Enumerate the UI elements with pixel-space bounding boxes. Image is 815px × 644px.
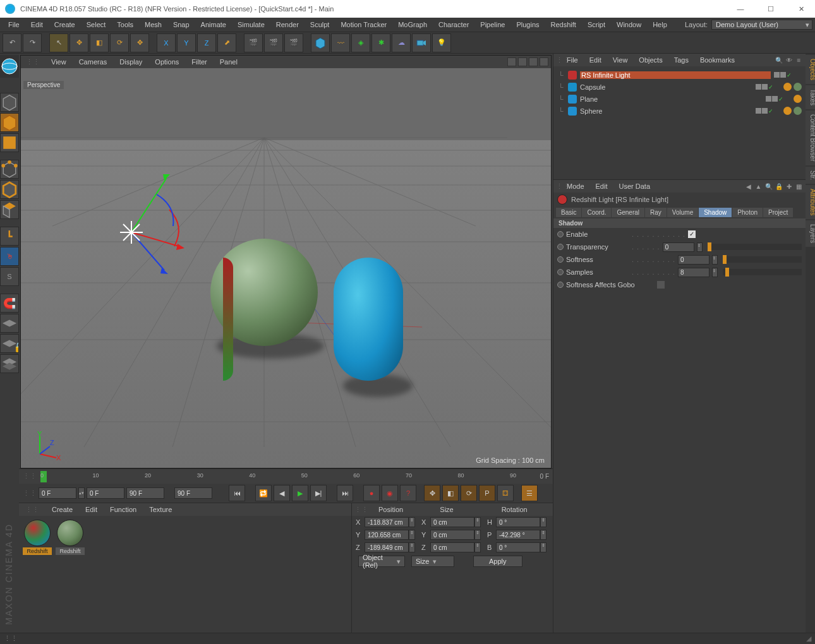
menu-file[interactable]: File	[3, 21, 25, 28]
object-tree-row[interactable]: └ Sphere ✓	[557, 105, 802, 117]
attr-tab-basic[interactable]: Basic	[556, 208, 581, 217]
size-field[interactable]	[430, 517, 474, 527]
axis-x-button[interactable]: X	[157, 33, 176, 52]
workplane-button[interactable]	[0, 314, 19, 333]
render-picture-button[interactable]: 🎬	[264, 33, 283, 52]
prop-transparency-field[interactable]	[663, 242, 694, 252]
menu-animate[interactable]: Animate	[195, 21, 232, 28]
prop-radio[interactable]	[557, 256, 564, 263]
mat-menu-edit[interactable]: Edit	[79, 506, 104, 513]
autokey-button[interactable]: ◉	[382, 485, 398, 501]
dopesheet-button[interactable]: ☰	[521, 485, 538, 501]
viewport-menu-options[interactable]: Options	[148, 58, 185, 66]
objmgr-menu-bookmarks[interactable]: Bookmarks	[694, 56, 740, 64]
prop-softness-field[interactable]	[678, 255, 709, 265]
undo-button[interactable]: ↶	[3, 33, 21, 52]
coord-apply-button[interactable]: Apply	[473, 556, 522, 567]
menu-help[interactable]: Help	[647, 21, 673, 28]
viewport-menu-panel[interactable]: Panel	[214, 58, 244, 66]
search-icon[interactable]: 🔍	[764, 182, 773, 191]
objmgr-menu-view[interactable]: View	[607, 56, 634, 64]
rot-field[interactable]	[496, 530, 540, 540]
record-button[interactable]: ●	[363, 485, 380, 501]
side-tab-str[interactable]: Str.	[806, 167, 815, 184]
viewport-menu-filter[interactable]: Filter	[185, 58, 213, 66]
prop-transparency-slider[interactable]	[708, 244, 802, 250]
point-mode-button[interactable]	[0, 160, 19, 179]
window-maximize-button[interactable]: ☐	[762, 5, 780, 13]
play-button[interactable]: ▶	[292, 485, 308, 501]
make-editable-button[interactable]	[0, 93, 19, 112]
menu-sculpt[interactable]: Sculpt	[305, 21, 335, 28]
model-mode-button[interactable]	[0, 113, 19, 132]
spinner[interactable]: ⇕	[409, 517, 415, 527]
spinner[interactable]: ⇕	[409, 530, 415, 540]
spinner[interactable]: ⇕	[474, 542, 481, 552]
edge-mode-button[interactable]	[0, 180, 19, 199]
attr-tab-shadow[interactable]: Shadow	[699, 208, 732, 217]
spline-button[interactable]: 〰	[331, 33, 350, 52]
menu-select[interactable]: Select	[81, 21, 112, 28]
viewport-toggle-icon[interactable]	[540, 57, 548, 66]
menu-mesh[interactable]: Mesh	[139, 21, 167, 28]
menu-create[interactable]: Create	[49, 21, 81, 28]
menu-icon[interactable]: ▦	[795, 182, 803, 191]
start-frame-field[interactable]	[87, 487, 124, 499]
attr-tab-photon[interactable]: Photon	[732, 208, 763, 217]
spinner[interactable]: ⇕	[697, 242, 703, 252]
menu-pipeline[interactable]: Pipeline	[474, 21, 510, 28]
lock-icon[interactable]: 🔒	[775, 182, 783, 191]
current-frame-field[interactable]	[39, 487, 76, 499]
viewport-menu-display[interactable]: Display	[113, 58, 148, 66]
select-tool-button[interactable]: ↖	[49, 33, 68, 52]
objmgr-menu-edit[interactable]: Edit	[584, 56, 607, 64]
prop-enable-checkbox[interactable]: ✓	[688, 230, 696, 238]
scale-tool-button[interactable]: ◧	[90, 33, 109, 52]
attr-tab-project[interactable]: Project	[763, 208, 793, 217]
pos-field[interactable]	[365, 517, 409, 527]
pos-field[interactable]	[365, 530, 409, 540]
material-swatch[interactable]: Redshift	[23, 520, 52, 555]
render-settings-button[interactable]: 🎬	[284, 33, 303, 52]
attr-tab-ray[interactable]: Ray	[645, 208, 667, 217]
spinner[interactable]: ▴▾	[78, 487, 85, 499]
snap-toggle-button[interactable]: S	[0, 267, 19, 286]
axis-mode-button[interactable]: ┗	[0, 227, 19, 246]
axis-y-button[interactable]: Y	[177, 33, 196, 52]
key-options-button[interactable]: ?	[400, 485, 416, 501]
prop-radio[interactable]	[557, 282, 564, 288]
size-field[interactable]	[430, 530, 474, 540]
rot-field[interactable]	[496, 542, 540, 552]
viewport-pan-icon[interactable]	[507, 57, 516, 66]
window-minimize-button[interactable]: —	[732, 5, 749, 13]
menu-motiontracker[interactable]: Motion Tracker	[335, 21, 392, 28]
world-icon[interactable]	[0, 55, 19, 78]
environment-button[interactable]: ☁	[392, 33, 411, 52]
key-pos-button[interactable]: ✥	[424, 485, 440, 501]
new-icon[interactable]: ✚	[785, 182, 793, 191]
side-tab-objects[interactable]: Objects	[806, 55, 815, 84]
goto-start-button[interactable]: ⏮	[229, 485, 245, 501]
magnet-button[interactable]: 🧲	[0, 294, 19, 313]
texture-mode-button[interactable]	[0, 133, 19, 152]
material-swatch[interactable]: Redshift	[56, 520, 85, 555]
menu-edit[interactable]: Edit	[25, 21, 49, 28]
workplane-modes-button[interactable]	[0, 354, 19, 373]
menu-snap[interactable]: Snap	[167, 21, 195, 28]
prev-frame-button[interactable]: ◀	[274, 485, 290, 501]
polygon-mode-button[interactable]	[0, 200, 19, 219]
menu-script[interactable]: Script	[582, 21, 611, 28]
side-tab-attributes[interactable]: Attributes	[806, 185, 815, 219]
attr-tab-general[interactable]: General	[612, 208, 644, 217]
prop-radio[interactable]	[557, 269, 564, 275]
prop-samples-field[interactable]	[678, 268, 709, 277]
pos-field[interactable]	[365, 542, 409, 552]
spinner[interactable]: ⇕	[712, 255, 718, 265]
menu-plugins[interactable]: Plugins	[510, 21, 545, 28]
side-tab-layers[interactable]: Layers	[806, 220, 815, 247]
camera-button[interactable]	[412, 33, 431, 52]
rotate-tool-button[interactable]: ⟳	[110, 33, 129, 52]
viewport-3d[interactable]: Perspective	[21, 68, 551, 468]
window-close-button[interactable]: ✕	[792, 5, 810, 13]
prop-radio[interactable]	[557, 231, 564, 237]
